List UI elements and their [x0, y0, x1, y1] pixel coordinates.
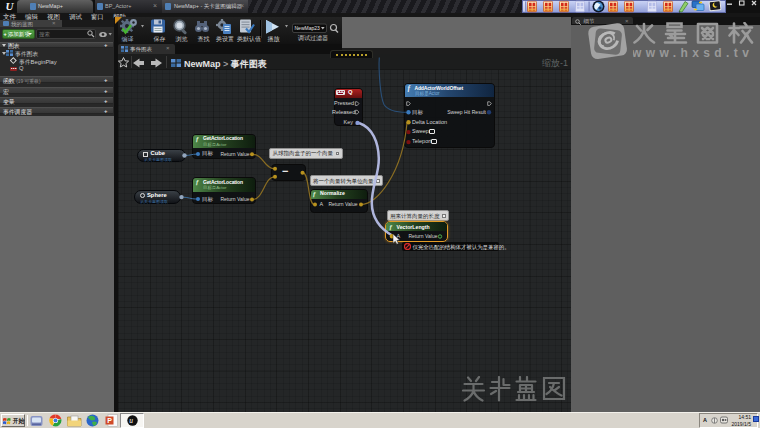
svg-text:P: P: [107, 417, 112, 424]
svg-text:u: u: [129, 416, 133, 425]
